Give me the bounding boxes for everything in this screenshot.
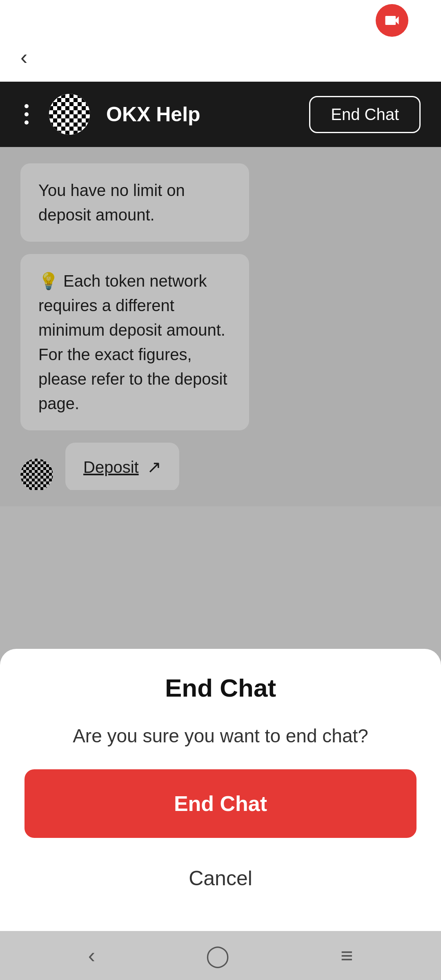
sheet-cancel-button[interactable]: Cancel xyxy=(180,858,261,898)
sheet-end-chat-button[interactable]: End Chat xyxy=(24,769,416,838)
sheet-subtitle: Are you sure you want to end chat? xyxy=(73,723,368,749)
nav-menu-icon[interactable]: ≡ xyxy=(341,943,353,968)
end-chat-bottom-sheet: End Chat Are you sure you want to end ch… xyxy=(0,649,441,931)
nav-bar: ‹ ◯ ≡ xyxy=(0,931,441,980)
header-end-chat-button[interactable]: End Chat xyxy=(309,96,421,133)
dot1 xyxy=(24,104,29,108)
record-badge xyxy=(376,4,408,37)
sheet-title: End Chat xyxy=(165,673,276,702)
back-area: ‹ xyxy=(0,33,441,82)
record-icon xyxy=(383,11,401,29)
dot3 xyxy=(24,120,29,125)
status-bar xyxy=(0,0,441,33)
okx-logo xyxy=(49,94,90,135)
chat-header: OKX Help End Chat xyxy=(0,82,441,147)
dot2 xyxy=(24,112,29,116)
nav-home-icon[interactable]: ◯ xyxy=(206,943,229,968)
back-button[interactable]: ‹ xyxy=(20,45,27,69)
nav-back-icon[interactable]: ‹ xyxy=(88,943,95,968)
header-menu-button[interactable] xyxy=(20,100,33,129)
header-avatar xyxy=(49,94,90,135)
chat-title: OKX Help xyxy=(106,102,293,126)
